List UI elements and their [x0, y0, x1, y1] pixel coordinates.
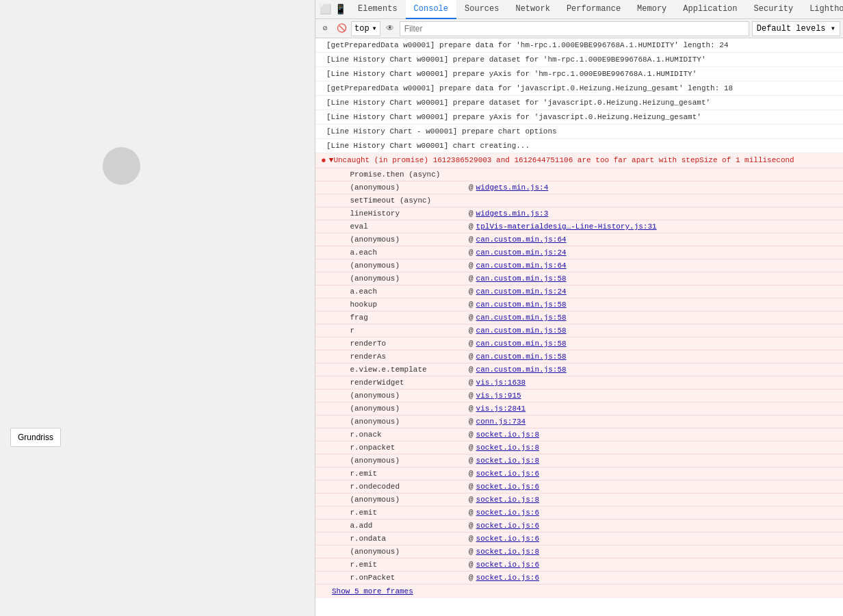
stack-link[interactable]: socket.io.js:6: [476, 468, 539, 479]
tab-sources[interactable]: Sources: [456, 0, 507, 19]
devtools-panel: ⬜ 📱 Elements Console Sources Network Per…: [315, 0, 843, 616]
stack-at: @: [469, 338, 474, 349]
stack-func: r.onack: [332, 429, 469, 440]
error-icon: ●: [321, 155, 326, 166]
filter-icon[interactable]: 🚫: [335, 22, 348, 36]
stack-frame: r.onpacket @ socket.io.js:8: [315, 441, 843, 454]
stack-frame: r.ondata @ socket.io.js:6: [315, 532, 843, 546]
stack-link[interactable]: widgets.min.js:3: [476, 208, 549, 219]
stack-func: (anonymous): [332, 273, 469, 284]
stack-link[interactable]: can.custom.min.js:58: [476, 338, 567, 349]
stack-at: @: [469, 364, 474, 375]
clear-console-icon[interactable]: ⊘: [318, 22, 332, 36]
tab-performance[interactable]: Performance: [558, 0, 629, 19]
stack-link[interactable]: socket.io.js:8: [476, 442, 539, 453]
stack-link[interactable]: socket.io.js:8: [476, 546, 539, 557]
tab-elements[interactable]: Elements: [350, 0, 406, 19]
error-section: ● ▼Uncaught (in promise) 1612386529003 a…: [315, 153, 843, 598]
stack-at: @: [469, 390, 474, 401]
stack-func: (anonymous): [332, 390, 469, 401]
stack-func: r.emit: [332, 468, 469, 479]
stack-frame: (anonymous) @ conn.js:734: [315, 415, 843, 428]
stack-link[interactable]: vis.js:1638: [476, 377, 526, 388]
stack-link[interactable]: can.custom.min.js:58: [476, 273, 567, 284]
grundriss-button[interactable]: Grundriss: [10, 428, 61, 447]
context-selector[interactable]: top ▾: [351, 21, 380, 36]
stack-at: @: [469, 468, 474, 479]
stack-link[interactable]: socket.io.js:6: [476, 520, 539, 531]
filter-input[interactable]: [400, 21, 749, 36]
stack-func: (anonymous): [332, 546, 469, 557]
stack-frame: (anonymous) @ can.custom.min.js:64: [315, 233, 843, 246]
tab-console[interactable]: Console: [406, 0, 456, 19]
inspect-icon[interactable]: ⬜: [318, 3, 332, 16]
stack-link[interactable]: socket.io.js:8: [476, 455, 539, 466]
stack-at: @: [469, 312, 474, 323]
stack-at: @: [469, 286, 474, 297]
stack-frame: renderTo @ can.custom.min.js:58: [315, 337, 843, 350]
stack-at: @: [469, 351, 474, 362]
tab-network[interactable]: Network: [507, 0, 558, 19]
stack-link[interactable]: socket.io.js:6: [476, 507, 539, 518]
console-output[interactable]: [getPreparedData w00001] prepare data fo…: [315, 38, 843, 616]
stack-link[interactable]: can.custom.min.js:64: [476, 260, 567, 271]
default-levels-button[interactable]: Default levels ▾: [752, 21, 840, 36]
stack-at: @: [469, 182, 474, 193]
stack-link[interactable]: socket.io.js:8: [476, 494, 539, 505]
stack-link[interactable]: vis.js:2841: [476, 403, 526, 414]
stack-func: hookup: [332, 299, 469, 310]
stack-func: r.ondata: [332, 533, 469, 544]
log-line: [getPreparedData w00001] prepare data fo…: [315, 38, 843, 53]
stack-link[interactable]: tplVis-materialdesig…-Line-History.js:31: [476, 221, 657, 232]
stack-at: @: [469, 234, 474, 245]
stack-link[interactable]: socket.io.js:6: [476, 559, 539, 570]
stack-link[interactable]: can.custom.min.js:58: [476, 299, 567, 310]
error-main-line: ● ▼Uncaught (in promise) 1612386529003 a…: [315, 153, 843, 168]
stack-at: @: [469, 442, 474, 453]
stack-frame: e.view.e.template @ can.custom.min.js:58: [315, 363, 843, 376]
stack-func: a.each: [332, 286, 469, 297]
stack-at: @: [469, 416, 474, 427]
stack-link[interactable]: can.custom.min.js:58: [476, 325, 567, 336]
stack-link[interactable]: socket.io.js:6: [476, 533, 539, 544]
stack-func: r.emit: [332, 559, 469, 570]
stack-at: @: [469, 533, 474, 544]
mobile-icon[interactable]: 📱: [333, 3, 347, 16]
stack-link[interactable]: can.custom.min.js:58: [476, 312, 567, 323]
eye-icon[interactable]: 👁: [383, 22, 397, 36]
stack-frame: Promise.then (async): [315, 168, 843, 181]
stack-link[interactable]: widgets.min.js:4: [476, 182, 549, 193]
stack-func: (anonymous): [332, 182, 469, 193]
stack-link[interactable]: socket.io.js:8: [476, 429, 539, 440]
stack-link[interactable]: can.custom.min.js:64: [476, 234, 567, 245]
stack-link[interactable]: can.custom.min.js:58: [476, 351, 567, 362]
stack-func: setTimeout (async): [332, 195, 469, 206]
left-panel: Grundriss: [0, 0, 315, 616]
tab-application[interactable]: Application: [675, 0, 745, 19]
stack-func: (anonymous): [332, 260, 469, 271]
stack-func: frag: [332, 312, 469, 323]
stack-func: renderAs: [332, 351, 469, 362]
stack-frame: r.ondecoded @ socket.io.js:6: [315, 480, 843, 493]
stack-frame: r.onPacket @ socket.io.js:6: [315, 572, 843, 585]
stack-link[interactable]: vis.js:915: [476, 390, 521, 401]
tab-lighthouse[interactable]: Lighthouse: [801, 0, 843, 19]
stack-link[interactable]: can.custom.min.js:24: [476, 286, 567, 297]
stack-frame: a.add @ socket.io.js:6: [315, 519, 843, 532]
stack-frame: a.each @ can.custom.min.js:24: [315, 285, 843, 298]
stack-link[interactable]: socket.io.js:6: [476, 481, 539, 492]
stack-func: eval: [332, 221, 469, 232]
stack-at: @: [469, 507, 474, 518]
log-line: [Line History Chart w00001] chart creati…: [315, 139, 843, 153]
show-more-frames[interactable]: Show 5 more frames: [315, 585, 843, 598]
stack-func: e.view.e.template: [332, 364, 469, 375]
stack-link[interactable]: conn.js:734: [476, 416, 526, 427]
stack-link[interactable]: can.custom.min.js:58: [476, 364, 567, 375]
log-line: [Line History Chart w00001] prepare yAxi…: [315, 110, 843, 125]
stack-link[interactable]: socket.io.js:6: [476, 572, 539, 583]
tab-security[interactable]: Security: [746, 0, 802, 19]
stack-at: @: [469, 572, 474, 583]
stack-frame: (anonymous) @ vis.js:2841: [315, 402, 843, 415]
tab-memory[interactable]: Memory: [629, 0, 675, 19]
stack-link[interactable]: can.custom.min.js:24: [476, 247, 567, 258]
